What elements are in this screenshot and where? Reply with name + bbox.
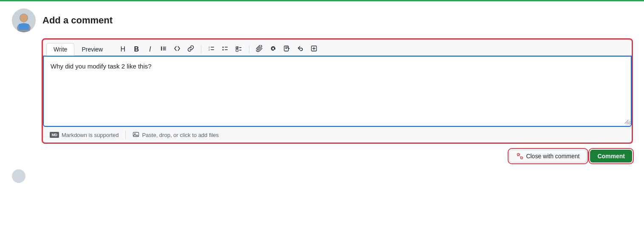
tasklist-icon xyxy=(235,45,242,54)
italic-button[interactable]: I xyxy=(144,43,156,55)
progress-bar xyxy=(0,0,644,1)
fullscreen-button[interactable] xyxy=(308,43,320,55)
italic-icon: I xyxy=(149,46,151,53)
file-text: Paste, drop, or click to add files xyxy=(142,132,219,138)
markdown-info: MD Markdown is supported xyxy=(50,132,119,138)
reference-button[interactable] xyxy=(281,43,293,55)
svg-point-14 xyxy=(223,49,224,50)
unordered-list-button[interactable] xyxy=(219,43,231,55)
reference-icon xyxy=(283,45,290,54)
code-button[interactable] xyxy=(171,43,183,55)
header-row: Add a comment xyxy=(12,9,632,32)
svg-line-28 xyxy=(519,155,521,157)
toolbar-divider-2 xyxy=(249,45,249,54)
svg-point-13 xyxy=(223,46,224,48)
fullscreen-icon xyxy=(311,45,317,54)
svg-rect-7 xyxy=(163,48,166,49)
comment-textarea[interactable]: Why did you modify task 2 like this? xyxy=(44,57,631,125)
image-icon xyxy=(133,131,139,139)
svg-rect-19 xyxy=(239,47,242,48)
svg-point-26 xyxy=(517,154,520,156)
svg-point-27 xyxy=(521,157,523,159)
toolbar-divider-1 xyxy=(201,45,201,54)
svg-point-3 xyxy=(20,14,28,22)
markdown-text: Markdown is supported xyxy=(62,132,119,138)
svg-rect-5 xyxy=(161,46,162,51)
svg-rect-12 xyxy=(211,49,214,50)
comment-button[interactable]: Comment xyxy=(590,150,632,163)
write-area: Why did you modify task 2 like this? xyxy=(43,56,632,127)
page-title: Add a comment xyxy=(42,15,113,26)
svg-rect-16 xyxy=(225,49,228,50)
svg-rect-15 xyxy=(225,47,228,48)
tab-preview[interactable]: Preview xyxy=(74,43,110,56)
mention-button[interactable] xyxy=(267,43,279,55)
close-with-comment-label: Close with comment xyxy=(526,153,579,160)
attachment-icon xyxy=(256,45,263,54)
close-with-comment-button[interactable]: Close with comment xyxy=(509,150,587,163)
heading-button[interactable]: H xyxy=(117,43,129,55)
code-icon xyxy=(174,45,181,54)
svg-rect-18 xyxy=(236,49,238,51)
editor-container: Write Preview H B I xyxy=(42,39,632,143)
resize-handle xyxy=(624,119,629,124)
bottom-hint xyxy=(12,169,632,183)
reply-icon xyxy=(297,45,304,54)
tasklist-button[interactable] xyxy=(233,43,245,55)
svg-rect-11 xyxy=(211,47,214,48)
tab-write[interactable]: Write xyxy=(46,43,74,56)
svg-rect-20 xyxy=(239,50,242,51)
svg-rect-6 xyxy=(163,47,166,48)
unordered-list-icon xyxy=(222,45,229,54)
blockquote-icon xyxy=(160,45,167,53)
ordered-list-icon: 1 2 xyxy=(208,45,215,54)
actions-row: Close with comment Comment xyxy=(42,150,632,163)
blockquote-button[interactable] xyxy=(158,43,169,55)
svg-rect-8 xyxy=(163,50,166,51)
toolbar-icons: H B I xyxy=(117,43,628,55)
mention-icon xyxy=(270,45,277,54)
reply-button[interactable] xyxy=(294,43,306,55)
small-avatar xyxy=(12,169,25,183)
page-container: Add a comment Write Preview H B I xyxy=(12,9,632,183)
file-upload-info[interactable]: Paste, drop, or click to add files xyxy=(133,131,219,139)
link-button[interactable] xyxy=(185,43,197,55)
editor-footer: MD Markdown is supported Paste, drop, or… xyxy=(43,127,632,143)
markdown-icon: MD xyxy=(50,132,59,138)
pr-close-icon xyxy=(517,153,523,160)
tab-bar: Write Preview H B I xyxy=(43,40,632,56)
heading-icon: H xyxy=(120,46,125,53)
svg-line-29 xyxy=(519,154,520,154)
bold-icon: B xyxy=(134,46,139,53)
svg-point-21 xyxy=(272,47,274,50)
ordered-list-button[interactable]: 1 2 xyxy=(206,43,217,55)
footer-divider xyxy=(125,131,126,139)
bold-button[interactable]: B xyxy=(130,43,142,55)
svg-rect-4 xyxy=(19,24,29,30)
avatar xyxy=(12,9,36,32)
svg-text:2: 2 xyxy=(209,48,210,51)
comment-label: Comment xyxy=(597,153,625,160)
link-icon xyxy=(187,45,194,54)
attachment-button[interactable] xyxy=(254,43,266,55)
